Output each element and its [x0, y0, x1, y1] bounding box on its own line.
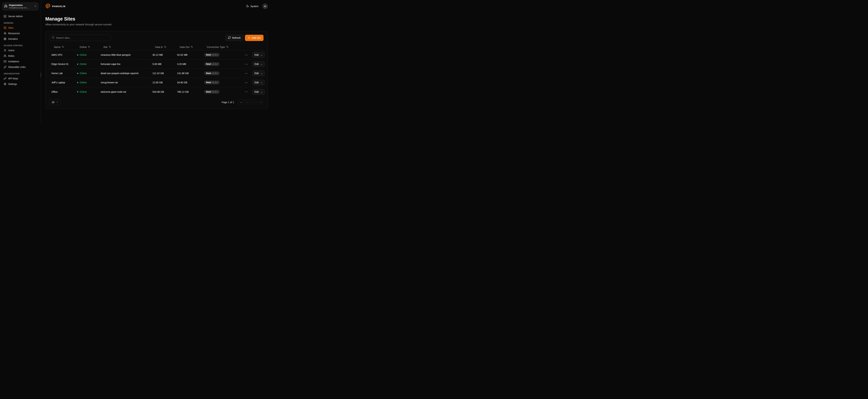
refresh-button[interactable]: Refresh	[225, 35, 243, 41]
next-page-button[interactable]: ›	[252, 100, 257, 105]
previous-page-button[interactable]: ‹	[245, 100, 250, 105]
edit-button-label: Edit	[254, 63, 259, 65]
data-in-cell: 5.00 MB	[151, 63, 175, 65]
main-content: PANGOLIN System M Manage Sites Allow con…	[41, 0, 272, 123]
theme-toggle[interactable]: System	[246, 5, 258, 8]
chevrons-up-down-icon	[34, 5, 37, 8]
connection-type-name: Newt	[206, 72, 211, 74]
site-status-cell: Online	[75, 72, 99, 75]
connection-type-name: Newt	[206, 63, 211, 65]
sidebar: Organization milo@fossorial.io's ... Ser…	[0, 0, 41, 123]
site-status-cell: Online	[75, 63, 99, 65]
sidebar-item-label: Roles	[8, 55, 14, 57]
column-header-label: Connection Type	[207, 46, 225, 49]
sort-icon	[109, 46, 111, 49]
edit-button[interactable]: Edit →	[252, 61, 265, 67]
column-header[interactable]: Name	[50, 46, 75, 49]
connection-type-version: v1.3.2	[212, 54, 218, 56]
row-actions-cell: ⋯ Edit →	[242, 61, 266, 67]
refresh-label: Refresh	[232, 36, 241, 39]
column-header[interactable]: Data Out	[175, 46, 203, 49]
sort-icon	[164, 46, 166, 49]
sidebar-item-users[interactable]: Users	[2, 48, 38, 53]
sites-toolbar: Refresh Add Site	[50, 35, 264, 41]
sidebar-scrollbar[interactable]	[41, 72, 41, 78]
add-site-button[interactable]: Add Site	[245, 35, 264, 41]
data-out-cell: 34.80 GB	[175, 81, 203, 84]
pager-buttons: « ‹ › »	[239, 100, 264, 105]
sites-table: Name Online Site Data In Data Out Connec…	[50, 44, 264, 96]
connection-type-cell: Newt v1.3.2	[203, 90, 242, 94]
first-page-button[interactable]: «	[239, 100, 244, 105]
row-menu-button[interactable]: ⋯	[244, 53, 248, 57]
org-picker[interactable]: Organization milo@fossorial.io's ...	[2, 2, 38, 10]
column-header[interactable]: Data In	[151, 46, 175, 49]
arrow-right-icon: →	[260, 63, 262, 65]
mail-icon	[4, 60, 6, 63]
online-dot-icon	[77, 54, 78, 56]
row-menu-button[interactable]: ⋯	[244, 81, 248, 84]
sidebar-item-roles[interactable]: Roles	[2, 53, 38, 59]
key-icon	[4, 77, 6, 80]
section-label-organization: ORGANIZATION	[4, 72, 37, 75]
connection-type-cell: Newt v1.3.2	[203, 81, 242, 84]
site-status-cell: Online	[75, 54, 99, 56]
theme-label: System	[250, 5, 258, 8]
row-menu-button[interactable]: ⋯	[244, 62, 248, 66]
chevron-down-icon	[56, 101, 59, 104]
sidebar-item-label: Settings	[8, 83, 17, 85]
sidebar-item-label: Users	[8, 49, 14, 52]
status-text: Online	[80, 72, 87, 75]
row-actions-cell: ⋯ Edit →	[242, 80, 266, 85]
column-header[interactable]: Site	[99, 46, 151, 49]
connection-type-version: v1.3.2	[212, 72, 218, 74]
column-header[interactable]: Connection Type	[203, 46, 242, 49]
data-in-cell: 112.42 GB	[151, 72, 175, 75]
connection-type-badge: Newt v1.3.2	[204, 71, 220, 75]
brand[interactable]: PANGOLIN	[45, 3, 65, 9]
edit-button[interactable]: Edit →	[252, 52, 265, 58]
search-box[interactable]	[50, 35, 111, 41]
table-footer: 20 Page 1 of 1 « ‹ › »	[50, 99, 264, 105]
page-title: Manage Sites	[45, 16, 268, 22]
sidebar-item-settings[interactable]: Settings	[2, 81, 38, 87]
edit-button[interactable]: Edit →	[252, 70, 265, 76]
table-row: Home Lab Online dead-san-joaquin-antelop…	[50, 69, 264, 78]
connection-type-badge: Newt v1.3.2	[204, 53, 220, 57]
page-head: Manage Sites Allow connectivity to your …	[45, 16, 268, 26]
data-out-cell: 141.68 GB	[175, 72, 203, 75]
table-header-row: Name Online Site Data In Data Out Connec…	[50, 44, 264, 50]
gear-icon	[4, 83, 6, 85]
sidebar-item-invitations[interactable]: Invitations	[2, 59, 38, 64]
sidebar-item-api-keys[interactable]: API Keys	[2, 76, 38, 81]
row-menu-button[interactable]: ⋯	[244, 90, 248, 94]
sort-icon	[62, 46, 64, 49]
edit-button-label: Edit	[254, 72, 259, 75]
column-header-label: Data In	[155, 46, 163, 49]
sidebar-item-resources[interactable]: Resources	[2, 31, 38, 36]
sidebar-item-domains[interactable]: Domains	[2, 36, 38, 42]
online-dot-icon	[77, 64, 78, 65]
edit-button[interactable]: Edit →	[252, 80, 265, 85]
site-slug-cell: welcome-giant-mole-rat	[99, 90, 151, 93]
column-header[interactable]: Online	[75, 46, 99, 49]
column-header-label: Site	[103, 46, 107, 49]
link-icon	[4, 66, 6, 68]
avatar[interactable]: M	[262, 3, 268, 9]
site-slug-cell: vivacious-little-blue-penguin	[99, 54, 151, 56]
site-name-cell: Edge Device 01	[50, 63, 75, 65]
row-menu-button[interactable]: ⋯	[244, 71, 248, 75]
status-text: Online	[80, 81, 87, 84]
edit-button[interactable]: Edit →	[252, 89, 265, 95]
connection-type-badge: Newt v1.3.2	[204, 90, 220, 94]
sidebar-item-shareable-links[interactable]: Shareable Links	[2, 64, 38, 70]
last-page-button[interactable]: »	[258, 100, 264, 105]
sidebar-item-sites[interactable]: Sites	[2, 25, 38, 31]
sort-icon	[226, 46, 228, 49]
page-size-select[interactable]: 20	[50, 99, 61, 105]
search-input[interactable]	[56, 36, 109, 39]
sidebar-item-server-admin[interactable]: Server Admin	[2, 13, 38, 19]
arrow-right-icon: →	[260, 54, 262, 56]
edit-button-label: Edit	[254, 90, 259, 93]
data-out-cell: 3.20 MB	[175, 63, 203, 65]
